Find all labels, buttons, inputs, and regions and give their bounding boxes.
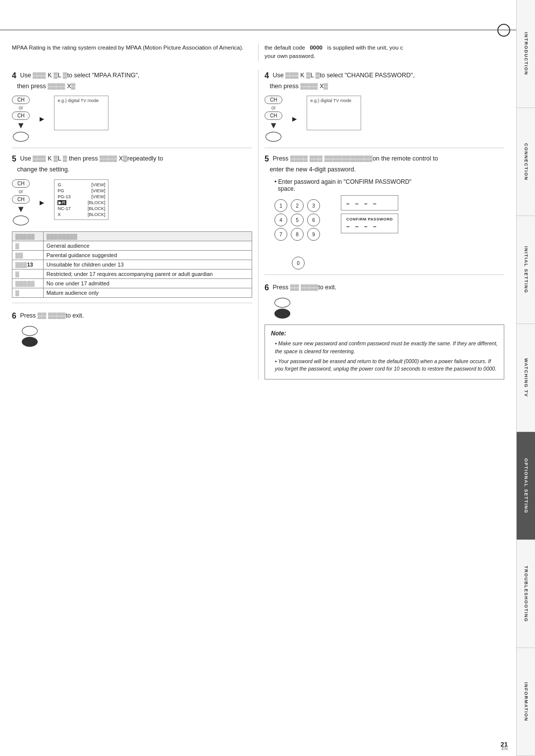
numpad-6[interactable]: 6 <box>307 214 320 226</box>
tab-introduction[interactable]: INTRODUCTION <box>517 0 535 108</box>
step4-right-num: 4 <box>265 71 269 80</box>
password-display-area: – – – – CONFIRM PASSWORD – – – – <box>336 195 398 233</box>
numpad-5[interactable]: 5 <box>291 214 304 226</box>
arrow-right-icon: ▶ <box>40 115 44 122</box>
down-arrow-r: ▼ <box>269 121 278 130</box>
divider1 <box>12 148 252 148</box>
table-row: ▒▒▒13 Unsuitable for children under 13 <box>12 260 252 270</box>
rating-X: ▒ <box>12 288 44 298</box>
note-bullet-1: • Make sure new password and confirm pas… <box>275 340 498 356</box>
tv-row-PG: PG[VIEW] <box>57 188 105 194</box>
step5-left-num: 5 <box>12 155 16 163</box>
remote-oval-filled-step6-left <box>22 337 38 347</box>
step5-left-text: Use ▒▒▒ K ▒L ▒ then press ▒▒▒▒ X▒repeate… <box>12 156 163 173</box>
or-label-r: or <box>271 105 276 110</box>
right-column: 4 Use ▒▒▒ K ▒L ▒to select "CHANGE PASSWO… <box>258 70 504 380</box>
tv-row-R: ▶R[BLOCK] <box>57 200 105 206</box>
desc-R: Restricted; under 17 requires accompanyi… <box>43 270 252 279</box>
step4-right-diagram: CH or CH ▼ ▶ e.g.) digital TV mode <box>265 96 504 142</box>
desc-G: General audience <box>43 241 252 251</box>
numpad-1[interactable]: 1 <box>274 199 287 212</box>
tv-row-X: X[BLOCK] <box>57 212 105 217</box>
note-box: Note: • Make sure new password and confi… <box>265 324 504 379</box>
step4-left-num: 4 <box>12 71 16 80</box>
tv-row-G: G[VIEW] <box>57 182 105 188</box>
desc-X: Mature audience only <box>43 288 252 298</box>
numpad-4[interactable]: 4 <box>274 214 287 226</box>
step6-right-remote <box>274 298 504 319</box>
numpad-wrapper: 1 2 3 4 5 6 7 8 9 0 <box>274 195 322 270</box>
remote-oval-r <box>266 132 281 142</box>
rating-R: ▒ <box>12 270 44 279</box>
tv-screen-step4-left: e.g.) digital TV mode <box>54 96 108 130</box>
numpad-8[interactable]: 8 <box>291 228 304 241</box>
intro-left-text: MPAA Rating is the rating system created… <box>12 44 258 61</box>
main-content: MPAA Rating is the rating system created… <box>0 0 516 756</box>
side-tabs: INTRODUCTION CONNECTION INITIAL SETTING … <box>516 0 535 756</box>
page-lang: EN <box>501 746 508 751</box>
ch-btn-top2: CH <box>12 179 30 188</box>
numpad-area: 1 2 3 4 5 6 7 8 9 0 <box>265 195 504 270</box>
numpad-2[interactable]: 2 <box>291 199 304 212</box>
eg-label-step4-left: e.g.) digital TV mode <box>57 98 105 103</box>
left-column: 4 Use ▒▒▒ K ▒L ▒to select "MPAA RATING",… <box>12 70 258 380</box>
rating-PG13: ▒▒▒13 <box>12 260 44 270</box>
remote-oval-step6-left <box>22 326 38 336</box>
step6-right: 6 Press ▒▒ ▒▒▒▒to exit. <box>265 282 504 319</box>
rating-table-header-1: ▒▒▒▒▒ <box>12 232 44 241</box>
desc-PG13: Unsuitable for children under 13 <box>43 260 252 270</box>
step6-right-header: 6 Press ▒▒ ▒▒▒▒to exit. <box>265 282 504 294</box>
desc-PG: Parental guidance suggested <box>43 251 252 260</box>
password-dashes-bot: – – – – <box>346 223 393 230</box>
step6-left-remote <box>22 326 252 347</box>
numpad-grid: 1 2 3 4 5 6 7 8 9 <box>274 199 322 255</box>
tv-row-PG13: PG-13[VIEW] <box>57 194 105 200</box>
divider2 <box>12 303 252 303</box>
step6-left-header: 6 Press ▒▒ ▒▒▒▒to exit. <box>12 310 252 322</box>
numpad-7[interactable]: 7 <box>274 228 287 241</box>
numpad-0[interactable]: 0 <box>292 257 305 270</box>
step4-left-text: Use ▒▒▒ K ▒L ▒to select "MPAA RATING", t… <box>12 72 140 90</box>
step4-left-header: 4 Use ▒▒▒ K ▒L ▒to select "MPAA RATING",… <box>12 70 252 91</box>
ch-btn-bot2: CH <box>12 195 30 204</box>
remote-oval-filled-step6-right <box>274 309 290 319</box>
two-col-layout: 4 Use ▒▒▒ K ▒L ▒to select "MPAA RATING",… <box>12 70 504 380</box>
remote-right-step4: CH or CH ▼ <box>265 96 282 142</box>
table-row: ▒ Mature audience only <box>12 288 252 298</box>
rating-NC17: ▒▒▒▒▒ <box>12 279 44 288</box>
intro-right-text: the default code 0000 is supplied with t… <box>258 44 504 61</box>
step6-left-num: 6 <box>12 312 16 320</box>
tab-watching-tv[interactable]: WATCHING TV <box>517 324 535 432</box>
remote-oval2 <box>13 216 29 225</box>
remote-left-step4: CH or CH ▼ <box>12 96 30 142</box>
remote-oval-step6-right <box>274 298 290 308</box>
numpad-3[interactable]: 3 <box>307 199 320 212</box>
step5-right-num: 5 <box>265 155 269 163</box>
arrow-right-r: ▶ <box>292 115 297 122</box>
tv-row-NC17: NC-17[BLOCK] <box>57 206 105 212</box>
numpad-9[interactable]: 9 <box>307 228 320 241</box>
tab-troubleshooting[interactable]: TROUBLESHOOTING <box>517 540 535 648</box>
step4-right-header: 4 Use ▒▒▒ K ▒L ▒to select "CHANGE PASSWO… <box>265 70 504 91</box>
remote-oval <box>13 132 29 142</box>
rating-PG: ▒▒ <box>12 251 44 260</box>
tab-optional-setting[interactable]: OPTIONAL SETTING <box>517 432 535 540</box>
step4-right-text: Use ▒▒▒ K ▒L ▒to select "CHANGE PASSWORD… <box>265 72 415 90</box>
down-arrow: ▼ <box>16 121 25 130</box>
remote-left-step5: CH or CH ▼ <box>12 179 30 225</box>
step6-right-text: Press ▒▒ ▒▒▒▒to exit. <box>272 284 336 291</box>
step6-left-text: Press ▒▒ ▒▒▒▒to exit. <box>20 312 84 319</box>
arrow-right2: ▶ <box>40 199 44 206</box>
tab-initial-setting[interactable]: INITIAL SETTING <box>517 216 535 324</box>
step6-left: 6 Press ▒▒ ▒▒▒▒to exit. <box>12 310 252 347</box>
divider3 <box>265 148 504 148</box>
password-dashes-top: – – – – <box>346 200 393 207</box>
table-row: ▒▒ Parental guidance suggested <box>12 251 252 260</box>
step5-right-text: Press ▒▒▒▒ ▒▒▒ ▒▒▒▒▒▒▒▒▒▒▒on the remote … <box>265 156 438 173</box>
step5-left-diagram: CH or CH ▼ ▶ G[VIEW] PG[VIEW] PG-13[VIEW… <box>12 179 252 225</box>
note-title: Note: <box>271 329 498 338</box>
rating-table: ▒▒▒▒▒ ▒▒▒▒▒▒▒▒ ▒ General audience ▒▒ Par… <box>12 231 252 298</box>
tab-information[interactable]: INFORMATION <box>517 648 535 756</box>
table-row: ▒▒▒▒▒ No one under 17 admitted <box>12 279 252 288</box>
tab-connection[interactable]: CONNECTION <box>517 108 535 216</box>
